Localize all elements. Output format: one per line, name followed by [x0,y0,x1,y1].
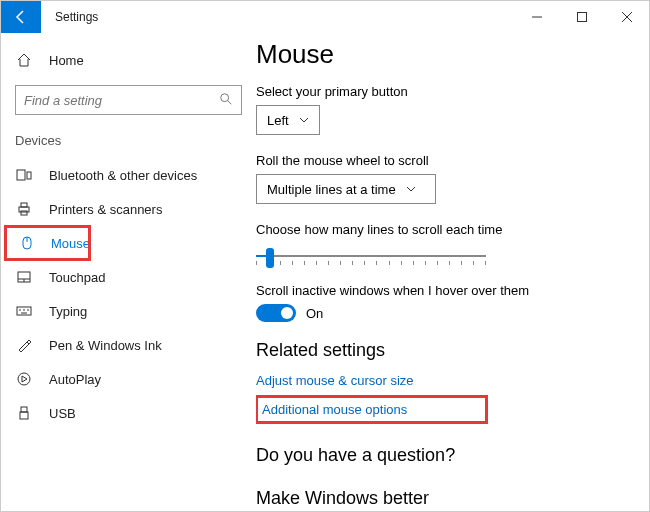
sidebar-item-label: Printers & scanners [49,202,162,217]
keyboard-icon [15,302,33,320]
minimize-icon [532,12,542,22]
minimize-button[interactable] [514,1,559,33]
inactive-scroll-label: Scroll inactive windows when I hover ove… [256,283,629,298]
svg-rect-21 [20,412,28,419]
sidebar-item-autoplay[interactable]: AutoPlay [1,362,256,396]
window-title: Settings [55,10,98,24]
svg-line-3 [228,100,232,104]
sidebar-item-typing[interactable]: Typing [1,294,256,328]
primary-button-select[interactable]: Left [256,105,320,135]
primary-button-value: Left [267,113,289,128]
sidebar-item-mouse[interactable]: Mouse [5,226,90,260]
maximize-button[interactable] [559,1,604,33]
maximize-icon [577,12,587,22]
feedback-link[interactable]: Give us feedback [256,509,356,511]
printer-icon [15,200,33,218]
sidebar-item-bluetooth[interactable]: Bluetooth & other devices [1,158,256,192]
mouse-icon [19,234,35,252]
sidebar-item-label: USB [49,406,76,421]
pen-icon [15,336,33,354]
sidebar-item-label: AutoPlay [49,372,101,387]
sidebar-item-label: Bluetooth & other devices [49,168,197,183]
sidebar-item-label: Mouse [51,236,90,251]
main-panel: Mouse Select your primary button Left Ro… [256,33,649,511]
sidebar-item-printers[interactable]: Printers & scanners [1,192,256,226]
sidebar-item-label: Typing [49,304,87,319]
additional-mouse-options-link[interactable]: Additional mouse options [256,396,487,423]
svg-rect-14 [17,307,31,315]
home-label: Home [49,53,84,68]
slider-ticks [256,261,486,265]
question-heading: Do you have a question? [256,445,629,466]
svg-point-2 [221,93,229,101]
close-icon [622,12,632,22]
close-button[interactable] [604,1,649,33]
sidebar: Home Devices Bluetooth & other devices P… [1,33,256,511]
scroll-wheel-value: Multiple lines at a time [267,182,396,197]
adjust-mouse-size-link[interactable]: Adjust mouse & cursor size [256,369,414,392]
autoplay-icon [15,370,33,388]
search-icon [219,92,233,109]
inactive-scroll-value: On [306,306,323,321]
sidebar-item-usb[interactable]: USB [1,396,256,430]
svg-rect-7 [21,203,27,207]
scroll-wheel-select[interactable]: Multiple lines at a time [256,174,436,204]
sidebar-item-pen[interactable]: Pen & Windows Ink [1,328,256,362]
svg-rect-4 [17,170,25,180]
search-input[interactable] [24,93,219,108]
chevron-down-icon [406,182,416,197]
sidebar-item-touchpad[interactable]: Touchpad [1,260,256,294]
home-nav[interactable]: Home [1,43,256,77]
section-heading: Devices [1,129,256,158]
svg-rect-5 [27,172,31,179]
search-box[interactable] [15,85,242,115]
usb-icon [15,404,33,422]
page-title: Mouse [256,39,629,70]
lines-slider[interactable] [256,243,486,265]
title-bar: Settings [1,1,649,33]
devices-icon [15,166,33,184]
inactive-scroll-toggle[interactable] [256,304,296,322]
primary-button-label: Select your primary button [256,84,629,99]
lines-scroll-label: Choose how many lines to scroll each tim… [256,222,629,237]
arrow-left-icon [13,9,29,25]
scroll-wheel-label: Roll the mouse wheel to scroll [256,153,629,168]
sidebar-item-label: Touchpad [49,270,105,285]
chevron-down-icon [299,113,309,128]
sidebar-item-label: Pen & Windows Ink [49,338,162,353]
make-better-heading: Make Windows better [256,488,629,509]
svg-rect-1 [577,13,586,22]
back-button[interactable] [1,1,41,33]
slider-thumb[interactable] [266,248,274,268]
related-settings-heading: Related settings [256,340,629,361]
svg-rect-20 [21,407,27,412]
svg-point-19 [18,373,30,385]
touchpad-icon [15,268,33,286]
home-icon [15,51,33,69]
